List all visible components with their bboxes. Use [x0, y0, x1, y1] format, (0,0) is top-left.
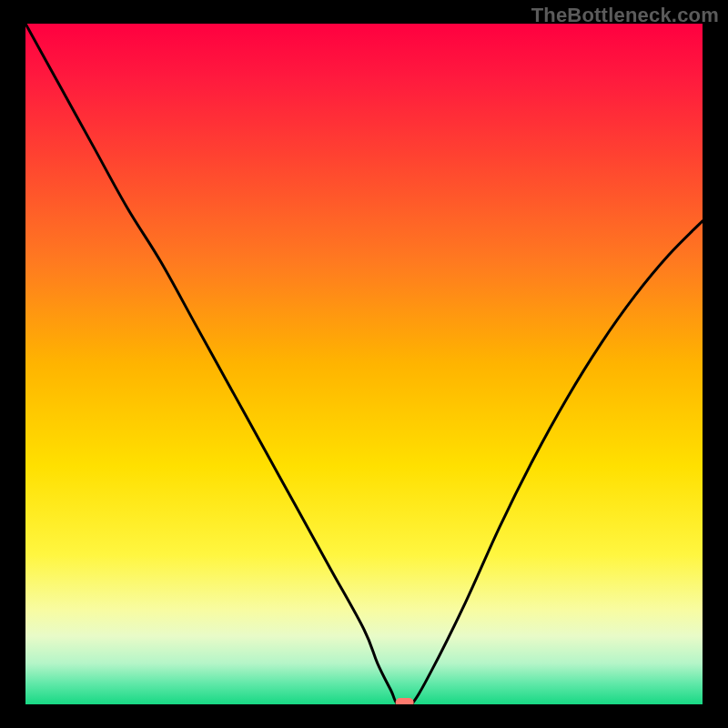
gradient-rect	[25, 24, 703, 704]
chart-svg	[25, 24, 703, 704]
plot-area	[25, 24, 703, 704]
optimum-marker	[396, 698, 414, 704]
chart-frame: TheBottleneck.com	[0, 0, 728, 728]
